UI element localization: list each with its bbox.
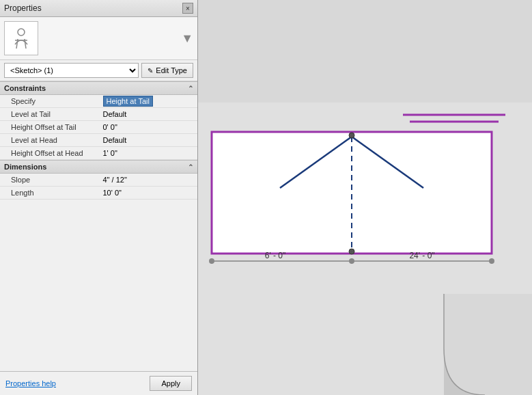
- table-row: Specify Height at Tail: [0, 95, 197, 108]
- constraints-label: Constraints: [4, 84, 46, 92]
- panel-title: Properties: [4, 3, 42, 13]
- constraints-expand-icon: ⌃: [188, 85, 193, 92]
- properties-content: Constraints ⌃ Specify Height at Tail Lev…: [0, 81, 197, 371]
- table-row: Length 10' 0": [0, 187, 197, 200]
- drawing-panel: 6' - 0" 24' - 0": [198, 0, 532, 395]
- edit-type-label: Edit Type: [156, 66, 187, 74]
- highlighted-value: Height at Tail: [103, 96, 153, 107]
- table-row: Level at Tail Default: [0, 108, 197, 121]
- property-value: 10' 0": [99, 187, 198, 200]
- dimensions-section-header[interactable]: Dimensions ⌃: [0, 160, 197, 174]
- dimensions-label: Dimensions: [4, 163, 46, 171]
- constraints-section-header[interactable]: Constraints ⌃: [0, 81, 197, 95]
- property-label: Specify: [0, 95, 99, 108]
- table-row: Height Offset at Tail 0' 0": [0, 121, 197, 134]
- panel-expand-icon[interactable]: ▼: [181, 31, 193, 46]
- property-label: Slope: [0, 174, 99, 187]
- sketch-select[interactable]: <Sketch> (1): [4, 63, 139, 78]
- property-label: Level at Tail: [0, 108, 99, 121]
- svg-point-10: [349, 133, 354, 138]
- dimensions-table: Slope 4" / 12" Length 10' 0": [0, 174, 197, 200]
- svg-point-19: [489, 258, 494, 264]
- sketch-icon: [8, 25, 34, 51]
- svg-text:6' - 0": 6' - 0": [265, 251, 286, 260]
- property-value: Height at Tail: [99, 95, 198, 108]
- property-value: Default: [99, 134, 198, 147]
- constraints-table: Specify Height at Tail Level at Tail Def…: [0, 95, 197, 160]
- property-label: Length: [0, 187, 99, 200]
- svg-point-0: [18, 29, 25, 36]
- property-label: Height Offset at Tail: [0, 121, 99, 134]
- properties-panel: Properties × ▼ <Sketch> (1) ✎ Edit Type: [0, 0, 198, 395]
- svg-point-18: [349, 258, 354, 264]
- table-row: Height Offset at Head 1' 0": [0, 147, 197, 160]
- edit-type-icon: ✎: [148, 67, 153, 74]
- svg-text:24' - 0": 24' - 0": [409, 251, 434, 260]
- sketch-icon-area: ▼: [0, 17, 197, 60]
- close-icon: ×: [186, 5, 190, 12]
- sketch-preview: [4, 21, 38, 55]
- panel-footer: Properties help Apply: [0, 371, 197, 395]
- edit-type-button[interactable]: ✎ Edit Type: [141, 63, 193, 78]
- dimensions-expand-icon: ⌃: [188, 163, 193, 171]
- apply-button[interactable]: Apply: [150, 376, 192, 391]
- property-value: Default: [99, 108, 198, 121]
- property-value: 4" / 12": [99, 174, 198, 187]
- table-row: Level at Head Default: [0, 134, 197, 147]
- property-value: 1' 0": [99, 147, 198, 160]
- property-value: 0' 0": [99, 121, 198, 134]
- dropdown-row: <Sketch> (1) ✎ Edit Type: [0, 60, 197, 81]
- property-label: Height Offset at Head: [0, 147, 99, 160]
- property-label: Level at Head: [0, 134, 99, 147]
- panel-titlebar: Properties ×: [0, 0, 197, 17]
- svg-point-17: [209, 258, 214, 264]
- svg-point-11: [349, 249, 354, 254]
- drawing-canvas: 6' - 0" 24' - 0": [198, 0, 532, 395]
- table-row: Slope 4" / 12": [0, 174, 197, 187]
- close-button[interactable]: ×: [182, 3, 193, 14]
- properties-help-link[interactable]: Properties help: [5, 379, 56, 387]
